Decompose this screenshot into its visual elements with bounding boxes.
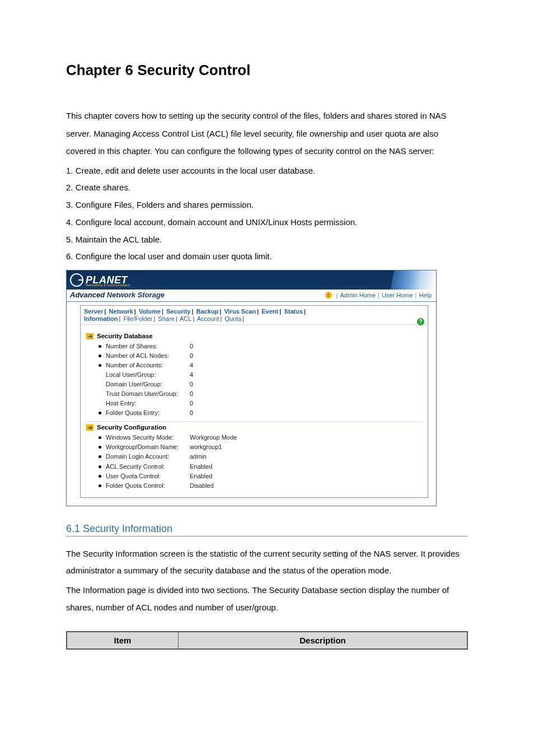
subtab-acl[interactable]: ACL — [180, 315, 191, 322]
section-arrow-icon: ➔ — [86, 333, 93, 339]
app-header: PLANET Networking & Communication — [67, 270, 436, 290]
kv-label: Workgroup/Domain Name: — [106, 442, 190, 452]
bullet-icon — [99, 345, 101, 348]
table-header-item: Item — [67, 632, 179, 649]
product-title: Advanced Network Storage — [70, 291, 165, 299]
intro-item: 2. Create shares. — [66, 179, 468, 197]
section-6-1-heading: 6.1 Security Information — [66, 523, 468, 536]
alert-icon[interactable]: ! — [325, 292, 332, 298]
kv-row: Number of Shares:0 — [99, 342, 422, 351]
kv-row: Windows Security Mode:Workgroup Mode — [99, 433, 422, 442]
security-configuration-section: ➔ Security Configuration Windows Securit… — [86, 424, 422, 490]
intro-item: 5. Maintain the ACL table. — [66, 231, 468, 249]
subtab-account[interactable]: Account — [197, 315, 219, 322]
intro-item: 3. Configure Files, Folders and shares p… — [66, 197, 468, 214]
intro-item: 6. Configure the local user and domain u… — [66, 248, 468, 265]
security-configuration-list: Windows Security Mode:Workgroup ModeWork… — [86, 433, 422, 490]
kv-row: Folder Quota Control:Disabled — [99, 481, 422, 491]
kv-label: Number of Accounts: — [106, 361, 190, 370]
indent-spacer — [99, 393, 101, 395]
bullet-icon — [99, 436, 101, 439]
kv-row: Workgroup/Domain Name:workgroup1 — [99, 442, 422, 452]
brand-tagline: Networking & Communication — [86, 283, 130, 287]
tab-network[interactable]: Network — [109, 308, 133, 315]
kv-label: Trust Domain User/Group: — [106, 389, 190, 399]
kv-row: User Quota Control:Enabled — [99, 472, 422, 481]
kv-value: 0 — [190, 399, 193, 408]
bullet-icon — [99, 354, 101, 357]
kv-value: Disabled — [190, 481, 214, 491]
tab-security[interactable]: Security — [166, 308, 190, 315]
kv-row: Folder Quota Entry:0 — [99, 408, 422, 418]
security-database-list: Number of Shares:0Number of ACL Nodes:0N… — [86, 342, 422, 418]
kv-row: Local User/Group:4 — [99, 370, 422, 380]
section-arrow-icon: ➔ — [86, 424, 93, 431]
kv-value: Workgroup Mode — [190, 433, 237, 442]
intro-item: 1. Create, edit and delete user accounts… — [66, 162, 468, 180]
kv-label: Local User/Group: — [106, 370, 190, 380]
kv-value: admin — [190, 452, 207, 461]
tab-volume[interactable]: Volume — [139, 308, 161, 315]
kv-row: ACL Security Control:Enabled — [99, 462, 422, 472]
header-links: ! | Admin Home | User Home | Help — [325, 292, 432, 298]
subtab-information[interactable]: Information — [84, 315, 118, 322]
bullet-icon — [99, 455, 101, 458]
kv-label: Number of ACL Nodes: — [106, 351, 190, 361]
bullet-icon — [99, 475, 101, 478]
kv-value: 4 — [190, 370, 193, 380]
kv-value: 4 — [190, 361, 193, 370]
kv-label: Domain User/Group: — [106, 380, 190, 389]
tab-event[interactable]: Event — [261, 308, 278, 315]
kv-row: Domain User/Group:0 — [99, 380, 422, 389]
section-6-1-p2: The Information page is divided into two… — [66, 582, 468, 617]
admin-home-link[interactable]: Admin Home — [340, 292, 376, 298]
content-frame: Server| Network| Volume| Security| Backu… — [80, 305, 428, 498]
kv-row: Number of Accounts:4 — [99, 361, 422, 370]
context-help-icon[interactable]: ? — [417, 318, 424, 325]
intro-paragraph: This chapter covers how to setting up th… — [66, 107, 468, 160]
kv-row: Number of ACL Nodes:0 — [99, 351, 422, 361]
bullet-icon — [99, 364, 101, 367]
intro-item: 4. Configure local account, domain accou… — [66, 214, 468, 231]
subtab-share[interactable]: Share — [158, 315, 174, 322]
intro-numbered-list: 1. Create, edit and delete user accounts… — [66, 162, 468, 266]
section-title: Security Configuration — [97, 424, 166, 431]
subtab-quota[interactable]: Quota — [224, 315, 241, 322]
kv-value: 0 — [190, 351, 193, 361]
kv-value: 0 — [190, 389, 193, 399]
bullet-icon — [99, 484, 101, 487]
indent-spacer — [99, 383, 101, 386]
kv-row: Domain Login Account:admin — [99, 452, 422, 461]
kv-label: Domain Login Account: — [106, 452, 190, 461]
kv-label: User Quota Control: — [106, 472, 190, 481]
separator: | — [415, 292, 417, 298]
bullet-icon — [99, 465, 101, 468]
tab-backup[interactable]: Backup — [196, 308, 219, 315]
kv-label: Folder Quota Control: — [106, 481, 190, 491]
chapter-title: Chapter 6 Security Control — [66, 62, 468, 79]
indent-spacer — [99, 402, 101, 405]
tab-status[interactable]: Status — [284, 308, 303, 315]
separator: | — [336, 292, 338, 298]
sub-tabs: Information| File/Folder| Share| ACL| Ac… — [81, 315, 428, 325]
nas-admin-panel: PLANET Networking & Communication Advanc… — [66, 270, 437, 506]
security-database-section: ➔ Security Database Number of Shares:0Nu… — [86, 333, 422, 422]
kv-label: Number of Shares: — [106, 342, 190, 351]
product-title-b: Network Storage — [107, 291, 165, 299]
kv-value: 0 — [190, 342, 193, 351]
kv-value: workgroup1 — [190, 442, 222, 452]
tab-virus-scan[interactable]: Virus Scan — [224, 308, 256, 315]
help-link[interactable]: Help — [419, 292, 432, 298]
kv-value: 0 — [190, 408, 193, 418]
bullet-icon — [99, 412, 101, 414]
separator: | — [378, 292, 380, 298]
kv-row: Trust Domain User/Group:0 — [99, 389, 422, 399]
bullet-icon — [99, 446, 101, 449]
main-tabs: Server| Network| Volume| Security| Backu… — [81, 306, 428, 315]
kv-value: 0 — [190, 380, 193, 389]
subtab-file-folder[interactable]: File/Folder — [123, 315, 152, 322]
kv-label: Host Entry: — [106, 399, 190, 408]
kv-label: Windows Security Mode: — [106, 433, 190, 442]
tab-server[interactable]: Server — [84, 308, 103, 315]
user-home-link[interactable]: User Home — [382, 292, 413, 298]
